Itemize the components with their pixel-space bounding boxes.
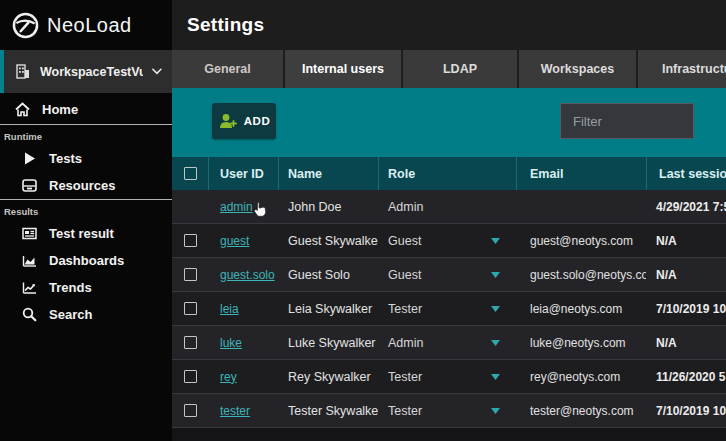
row-checkbox[interactable] <box>184 268 197 281</box>
column-header-role[interactable]: Role <box>378 157 516 190</box>
role-cell: Tester <box>378 292 516 325</box>
user-id-link[interactable]: rey <box>220 370 237 384</box>
email-cell: guest@neotys.com <box>516 224 646 257</box>
user-id-link[interactable]: guest.solo <box>220 268 275 282</box>
table-footer-strip <box>172 428 726 441</box>
column-header-email[interactable]: Email <box>516 157 646 190</box>
table-row: tester Tester Skywalker Tester tester@ne… <box>172 394 726 428</box>
sidebar-item-dashboards[interactable]: Dashboards <box>0 247 172 274</box>
row-checkbox[interactable] <box>184 336 197 349</box>
row-checkbox[interactable] <box>184 370 197 383</box>
sidebar-item-test-result[interactable]: Test result <box>0 220 172 247</box>
column-header-name[interactable]: Name <box>278 157 378 190</box>
email-cell <box>516 190 646 223</box>
email-cell: leia@neotys.com <box>516 292 646 325</box>
sidebar-item-label: Search <box>49 307 92 322</box>
role-value: Guest <box>388 268 421 282</box>
add-user-button[interactable]: ADD <box>212 103 276 139</box>
select-all-checkbox[interactable] <box>184 167 197 180</box>
sidebar-item-home[interactable]: Home <box>0 94 172 124</box>
home-icon <box>14 101 31 118</box>
column-header-user-id[interactable]: User ID <box>208 157 278 190</box>
report-icon <box>21 225 38 242</box>
brand-name: NeoLoad <box>47 14 132 37</box>
last-session-cell: N/A <box>646 326 726 359</box>
page-title: Settings <box>187 14 264 36</box>
role-cell: Guest <box>378 258 516 291</box>
role-dropdown-icon[interactable] <box>491 306 500 312</box>
name-cell: Guest Solo <box>278 258 378 291</box>
workspace-name: WorkspaceTestVuC <box>40 65 143 79</box>
sidebar-item-label: Trends <box>49 280 92 295</box>
tab-internal-users[interactable]: Internal users <box>285 50 401 88</box>
brand-logo: NeoLoad <box>0 0 172 50</box>
sidebar-item-tests[interactable]: Tests <box>0 145 172 172</box>
role-value: Tester <box>388 370 422 384</box>
filter-input[interactable] <box>560 103 694 139</box>
workspace-selector[interactable]: WorkspaceTestVuC <box>0 50 172 93</box>
settings-header: Settings <box>172 0 726 50</box>
sidebar-item-label: Tests <box>49 151 82 166</box>
sidebar-divider <box>0 124 172 125</box>
last-session-cell: 7/10/2019 10: <box>646 292 726 325</box>
name-cell: Rey Skywalker <box>278 360 378 393</box>
last-session-cell: 11/26/2020 5: <box>646 360 726 393</box>
sidebar-item-label: Home <box>42 102 78 117</box>
role-cell: Guest <box>378 224 516 257</box>
email-cell: luke@neotys.com <box>516 326 646 359</box>
workspace-building-icon <box>14 63 31 80</box>
tab-workspaces[interactable]: Workspaces <box>519 50 636 88</box>
user-id-link[interactable]: admin <box>220 200 253 214</box>
sidebar-item-label: Resources <box>49 178 115 193</box>
last-session-cell: N/A <box>646 224 726 257</box>
neoload-settings-window: NeoLoad WorkspaceTestVuC Home <box>0 0 726 441</box>
add-button-label: ADD <box>244 115 270 127</box>
sidebar: NeoLoad WorkspaceTestVuC Home <box>0 0 172 441</box>
main-panel: Settings General Internal users LDAP Wor… <box>172 0 726 441</box>
user-id-link[interactable]: tester <box>220 404 250 418</box>
row-checkbox[interactable] <box>184 234 197 247</box>
name-cell: Guest Skywalker <box>278 224 378 257</box>
sidebar-item-resources[interactable]: Resources <box>0 172 172 199</box>
sidebar-item-search[interactable]: Search <box>0 301 172 328</box>
role-dropdown-icon[interactable] <box>491 238 500 244</box>
table-row: admin John Doe Admin 4/29/2021 7:5 <box>172 190 726 224</box>
row-checkbox[interactable] <box>184 302 197 315</box>
role-dropdown-icon[interactable] <box>491 340 500 346</box>
email-cell: tester@neotys.com <box>516 394 646 427</box>
table-row: guest.solo Guest Solo Guest guest.solo@n… <box>172 258 726 292</box>
name-cell: Luke Skywalker <box>278 326 378 359</box>
email-cell: rey@neotys.com <box>516 360 646 393</box>
email-cell: guest.solo@neotys.com <box>516 258 646 291</box>
table-body: admin John Doe Admin 4/29/2021 7:5 guest… <box>172 190 726 428</box>
hand-cursor-icon <box>252 201 267 217</box>
area-chart-icon <box>21 252 38 269</box>
tab-general[interactable]: General <box>172 50 283 88</box>
role-cell: Admin <box>378 190 516 223</box>
user-id-link[interactable]: guest <box>220 234 249 248</box>
name-cell: Leia Skywalker <box>278 292 378 325</box>
tab-infrastructure[interactable]: Infrastructure <box>638 50 726 88</box>
trend-line-icon <box>21 279 38 296</box>
role-dropdown-icon[interactable] <box>491 272 500 278</box>
user-id-link[interactable]: luke <box>220 336 242 350</box>
runtime-section-label: Runtime <box>0 125 172 145</box>
role-dropdown-icon[interactable] <box>491 408 500 414</box>
tab-ldap[interactable]: LDAP <box>403 50 517 88</box>
users-toolbar: ADD <box>172 88 726 157</box>
user-id-link[interactable]: leia <box>220 302 239 316</box>
name-cell: Tester Skywalker <box>278 394 378 427</box>
sidebar-item-trends[interactable]: Trends <box>0 274 172 301</box>
table-row: guest Guest Skywalker Guest guest@neotys… <box>172 224 726 258</box>
role-dropdown-icon[interactable] <box>491 374 500 380</box>
sidebar-item-label: Test result <box>49 226 114 241</box>
play-icon <box>21 150 38 167</box>
table-header-row: User ID Name Role Email Last session <box>172 157 726 190</box>
column-header-last-session[interactable]: Last session <box>646 157 726 190</box>
chevron-down-icon[interactable] <box>152 68 162 75</box>
table-row: luke Luke Skywalker Admin luke@neotys.co… <box>172 326 726 360</box>
last-session-cell: 4/29/2021 7:5 <box>646 190 726 223</box>
settings-tabs: General Internal users LDAP Workspaces I… <box>172 50 726 88</box>
row-checkbox[interactable] <box>184 404 197 417</box>
role-value: Admin <box>388 200 423 214</box>
